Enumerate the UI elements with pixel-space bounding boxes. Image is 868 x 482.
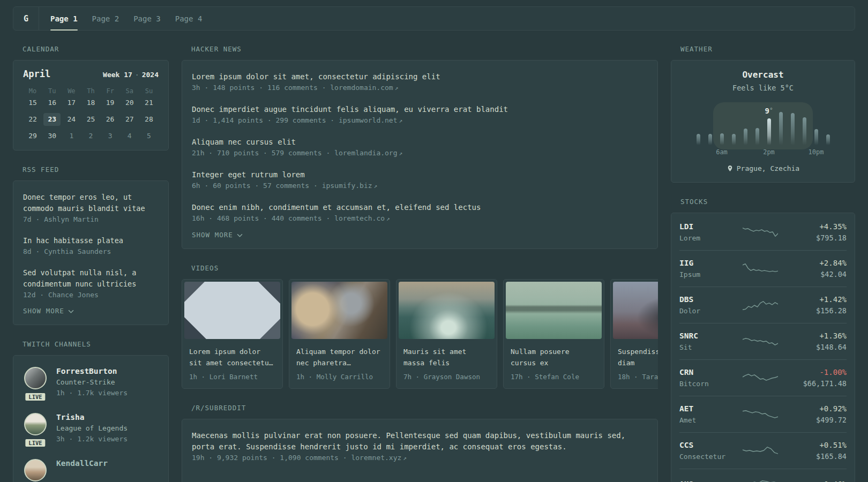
stock-sparkline <box>743 407 778 422</box>
weather-condition: Overcast <box>679 70 847 80</box>
stocks-card: LDI Lorem +4.35% $795.18 IIG Ipsum <box>671 213 855 482</box>
story-domain-link[interactable]: ipsumworld.net↗ <box>339 116 402 124</box>
video-card[interactable]: Mauris sit amet massa felis 7h · Grayson… <box>396 279 497 389</box>
rss-item-title[interactable]: Donec tempor eros leo, ut commodo mauris… <box>23 192 159 214</box>
stock-row[interactable]: DBS Dolor +1.42% $156.28 <box>679 287 847 323</box>
video-card[interactable]: Suspendisse diam 18h · Tara <box>610 279 658 389</box>
channel-info: Trisha League of Legends 3h · 1.2k viewe… <box>56 412 128 445</box>
stock-values: +0.51% $165.84 <box>778 440 847 461</box>
calendar-widget: CALENDAR April Week 17·2024 MoTuWeThFrSa… <box>13 45 169 150</box>
app-logo[interactable]: G <box>13 7 39 30</box>
calendar-day: 3 <box>102 130 119 142</box>
stock-symbol: AHS <box>679 479 743 482</box>
stock-symbol: IIG <box>679 258 743 268</box>
stock-values: +0.92% $499.72 <box>778 404 847 425</box>
video-title: Mauris sit amet massa felis <box>403 346 490 368</box>
temperature-bar-cell: ° <box>798 108 810 145</box>
stock-row[interactable]: CRN Bitcorn -1.00% $66,171.48 <box>679 360 847 396</box>
stock-symbol: CCS <box>679 440 743 450</box>
hackernews-show-more-button[interactable]: SHOW MORE <box>192 231 243 239</box>
stock-values: +4.35% $795.18 <box>778 222 847 243</box>
channel-name: Trisha <box>56 412 128 423</box>
calendar-day: 5 <box>140 130 158 142</box>
reddit-domain-link[interactable]: loremnet.xyz↗ <box>351 454 407 462</box>
channel-viewers: 3h · 1.2k viewers <box>56 434 128 445</box>
story-title[interactable]: Aliquam nec cursus elit <box>192 137 648 148</box>
stock-id: CRN Bitcorn <box>679 367 743 388</box>
stocks-section-title: STOCKS <box>680 198 855 206</box>
calendar-day: 28 <box>140 113 158 126</box>
calendar-day: 15 <box>24 96 41 109</box>
stock-id: LDI Lorem <box>679 222 743 243</box>
calendar-day: 22 <box>24 113 41 126</box>
stock-price: $42.04 <box>778 270 847 279</box>
stock-row[interactable]: LDI Lorem +4.35% $795.18 <box>679 214 847 251</box>
external-link-icon: ↗ <box>399 150 403 157</box>
twitch-channel[interactable]: KendallCarr <box>23 458 159 481</box>
external-link-icon: ↗ <box>399 117 403 124</box>
subreddit-card: Maecenas mollis pulvinar erat non posuer… <box>182 419 658 482</box>
story-title[interactable]: Donec imperdiet augue tincidunt felis al… <box>192 104 648 115</box>
calendar-day-headers: MoTuWeThFrSaSu <box>23 87 159 96</box>
dashboard: CALENDAR April Week 17·2024 MoTuWeThFrSa… <box>0 31 868 482</box>
stock-row[interactable]: SNRC Sit +1.36% $148.64 <box>679 323 847 360</box>
live-badge: LIVE <box>24 438 46 448</box>
story-title[interactable]: Integer eget rutrum lorem <box>192 169 648 180</box>
external-link-icon: ↗ <box>374 183 378 190</box>
stock-row[interactable]: CCS Consectetur +0.51% $165.84 <box>679 433 847 469</box>
rss-item-meta: 7d · Ashlyn Martin <box>23 215 159 224</box>
calendar-day: 20 <box>121 96 138 109</box>
page-tab[interactable]: Page 4 <box>175 7 203 30</box>
story-title[interactable]: Donec enim nibh, condimentum et accumsan… <box>192 202 648 213</box>
calendar-day-header: Su <box>139 87 159 95</box>
twitch-channel[interactable]: LIVE Trisha League of Legends 3h · 1.2k … <box>23 412 159 445</box>
stock-id: DBS Dolor <box>679 295 743 315</box>
temperature-bar <box>803 117 806 145</box>
stock-id: AET Amet <box>679 404 743 425</box>
stock-change: +1.36% <box>778 331 847 341</box>
chevron-down-icon <box>68 310 74 313</box>
rss-show-more-button[interactable]: SHOW MORE <box>23 307 74 315</box>
reddit-post-title[interactable]: Maecenas mollis pulvinar erat non posuer… <box>192 430 648 453</box>
stock-price: $499.72 <box>778 416 847 425</box>
calendar-day: 17 <box>63 96 80 109</box>
temperature-bar-cell: ° <box>704 108 716 145</box>
temperature-bar <box>708 134 712 145</box>
story-domain-link[interactable]: loremdomain.com↗ <box>330 84 398 92</box>
calendar-day: 27 <box>121 113 138 126</box>
stock-row[interactable]: AHS +0.46% <box>679 469 847 482</box>
stock-values: +1.36% $148.64 <box>778 331 847 352</box>
stock-row[interactable]: IIG Ipsum +2.84% $42.04 <box>679 251 847 287</box>
video-card[interactable]: Nullam posuere cursus ex 17h · Stefan Co… <box>503 279 604 389</box>
stock-change: +2.84% <box>778 258 847 268</box>
external-link-icon: ↗ <box>386 215 390 222</box>
story-domain-link[interactable]: loremlandia.org↗ <box>334 149 402 157</box>
stock-sparkline <box>743 225 778 240</box>
story-domain-link[interactable]: loremtech.co↗ <box>334 214 390 222</box>
page-tab[interactable]: Page 1 <box>50 7 78 30</box>
story-title[interactable]: Lorem ipsum dolor sit amet, consectetur … <box>192 71 648 82</box>
page-tab[interactable]: Page 3 <box>133 7 161 30</box>
video-card[interactable]: Lorem ipsum dolor sit amet consectetu… 1… <box>182 279 283 389</box>
videos-widget: VIDEOS Lorem ipsum dolor sit amet consec… <box>182 264 658 389</box>
stock-sparkline <box>743 261 778 276</box>
temperature-bar-cell: ° <box>751 108 763 145</box>
twitch-channel[interactable]: LIVE ForrestBurton Counter-Strike 1h · 1… <box>23 366 159 398</box>
weather-section-title: WEATHER <box>680 45 855 53</box>
rss-item-title[interactable]: Sed volutpat nulla nisl, a condimentum n… <box>23 267 159 290</box>
rss-widget: RSS FEED Donec tempor eros leo, ut commo… <box>13 165 169 325</box>
stock-id: AHS <box>679 479 743 482</box>
stock-name: Lorem <box>679 234 743 243</box>
reddit-post: Maecenas mollis pulvinar erat non posuer… <box>192 430 648 463</box>
stock-name: Amet <box>679 416 743 425</box>
stock-sparkline <box>743 298 778 313</box>
calendar-day-header: Fr <box>101 87 120 95</box>
page-tab[interactable]: Page 2 <box>92 7 119 30</box>
calendar-day: 21 <box>140 96 158 109</box>
calendar-day: 30 <box>43 130 61 142</box>
video-card[interactable]: Aliquam tempor dolor nec pharetra… 1h · … <box>289 279 390 389</box>
channel-info: ForrestBurton Counter-Strike 1h · 1.7k v… <box>56 366 128 398</box>
story-domain-link[interactable]: ipsumify.biz↗ <box>322 182 378 190</box>
stock-row[interactable]: AET Amet +0.92% $499.72 <box>679 396 847 433</box>
rss-item-title[interactable]: In hac habitasse platea <box>23 235 159 246</box>
